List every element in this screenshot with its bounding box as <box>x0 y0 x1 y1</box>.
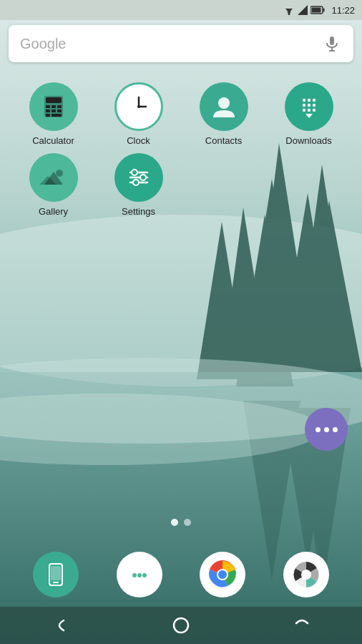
svg-point-40 <box>218 97 230 109</box>
svg-rect-32 <box>52 109 56 112</box>
svg-point-54 <box>56 170 63 177</box>
mic-icon[interactable] <box>322 34 342 54</box>
svg-point-74 <box>174 618 188 633</box>
calculator-icon <box>29 82 78 131</box>
svg-point-41 <box>302 99 305 102</box>
back-button[interactable] <box>51 616 69 635</box>
dock-camera[interactable] <box>283 552 329 597</box>
svg-point-47 <box>302 109 305 112</box>
svg-point-42 <box>307 99 310 102</box>
svg-rect-27 <box>46 97 62 103</box>
svg-point-59 <box>140 175 146 180</box>
fab-dot-3 <box>333 427 338 432</box>
recents-button[interactable] <box>293 616 311 635</box>
svg-rect-21 <box>323 9 325 12</box>
app-item-calculator[interactable]: Calculator <box>11 82 96 146</box>
svg-point-60 <box>133 180 139 185</box>
svg-rect-35 <box>52 114 62 117</box>
svg-point-44 <box>302 104 305 107</box>
app-item-contacts[interactable]: Contacts <box>181 82 266 146</box>
svg-point-67 <box>142 573 147 577</box>
svg-point-46 <box>312 104 315 107</box>
status-time: 11:22 <box>331 5 355 16</box>
signal-icon <box>298 5 308 15</box>
svg-rect-23 <box>330 36 334 45</box>
svg-point-71 <box>218 570 227 579</box>
svg-rect-31 <box>46 109 50 112</box>
svg-rect-28 <box>46 105 50 108</box>
settings-icon <box>114 153 163 202</box>
svg-rect-34 <box>46 114 50 117</box>
svg-marker-19 <box>298 5 308 15</box>
nav-bar <box>0 607 362 644</box>
app-item-settings[interactable]: Settings <box>96 153 181 217</box>
more-options-button[interactable] <box>305 408 348 451</box>
settings-label: Settings <box>122 206 155 217</box>
svg-rect-22 <box>312 8 321 13</box>
fab-dots <box>315 427 338 432</box>
fab-dot-1 <box>315 427 321 432</box>
clock-label: Clock <box>127 135 150 146</box>
svg-point-45 <box>307 104 310 107</box>
svg-point-18 <box>288 14 290 16</box>
app-grid: Calculator Clock Contacts <box>0 75 362 224</box>
search-placeholder: Google <box>20 36 322 52</box>
contacts-icon <box>200 82 248 131</box>
svg-point-66 <box>137 573 142 577</box>
home-button[interactable] <box>172 616 190 635</box>
downloads-label: Downloads <box>285 135 331 146</box>
status-bar: 11:22 <box>0 0 362 20</box>
downloads-icon <box>285 82 333 131</box>
gallery-icon <box>29 153 78 202</box>
calculator-label: Calculator <box>32 135 74 146</box>
svg-rect-33 <box>57 109 62 112</box>
page-indicators <box>171 519 191 526</box>
wifi-icon <box>283 5 295 15</box>
svg-point-65 <box>132 573 137 577</box>
page-dot-1[interactable] <box>171 519 178 526</box>
svg-rect-63 <box>53 582 59 583</box>
svg-point-58 <box>132 170 137 175</box>
app-item-clock[interactable]: Clock <box>96 82 181 146</box>
svg-point-43 <box>312 99 315 102</box>
svg-rect-62 <box>51 566 61 580</box>
app-item-gallery[interactable]: Gallery <box>11 153 96 217</box>
svg-point-49 <box>312 109 315 112</box>
svg-marker-51 <box>305 114 313 118</box>
contacts-label: Contacts <box>205 135 242 146</box>
status-icons: 11:22 <box>283 5 355 16</box>
search-bar[interactable]: Google <box>9 25 353 62</box>
svg-point-48 <box>307 109 310 112</box>
app-item-downloads[interactable]: Downloads <box>266 82 351 146</box>
gallery-label: Gallery <box>39 206 68 217</box>
clock-icon <box>114 82 163 131</box>
dock-chrome[interactable] <box>200 552 245 597</box>
svg-rect-29 <box>52 105 56 108</box>
fab-dot-2 <box>324 427 329 432</box>
page-dot-2[interactable] <box>184 519 191 526</box>
svg-point-39 <box>137 105 140 108</box>
battery-icon <box>310 6 325 14</box>
dock <box>0 545 362 605</box>
svg-rect-30 <box>57 105 62 108</box>
svg-point-73 <box>301 570 311 580</box>
dock-messages[interactable] <box>117 552 162 597</box>
dock-phone[interactable] <box>33 552 79 597</box>
